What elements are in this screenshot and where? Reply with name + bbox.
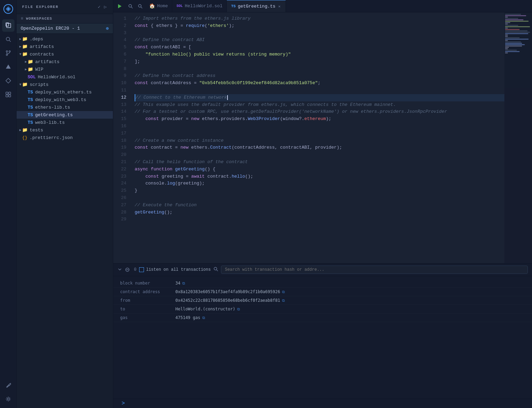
tools-bottom-icon[interactable]: [2, 379, 14, 391]
plugin-icon[interactable]: [2, 88, 14, 101]
copy-block-icon[interactable]: ⧉: [182, 281, 185, 286]
copy-contract-icon[interactable]: ⧉: [282, 290, 285, 294]
copy-from-icon[interactable]: ⧉: [282, 298, 285, 303]
copy-to-icon[interactable]: ⧉: [237, 307, 240, 311]
settings-bottom-icon[interactable]: [2, 393, 14, 405]
panel-search-input[interactable]: [221, 266, 528, 274]
chevron-right-icon: ▶: [19, 44, 21, 49]
tab-helloworld[interactable]: SOL HelloWorld.sol: [172, 0, 227, 12]
svg-point-6: [6, 51, 8, 52]
tree-item-artifacts-root[interactable]: ▶ 📁 artifacts: [17, 43, 113, 50]
panel-clear-btn[interactable]: [125, 267, 130, 272]
tree-item-deps[interactable]: ▶ 📁 .deps: [17, 35, 113, 43]
tree-item-artifacts-child[interactable]: ▶ 📁 artifacts: [17, 58, 113, 66]
tree-item-scripts[interactable]: ▼ 📁 scripts: [17, 81, 113, 88]
svg-marker-15: [118, 4, 122, 8]
tree-item-contracts[interactable]: ▼ 📁 contracts: [17, 50, 113, 58]
panel-row-gas: gas 475149 gas ⧉: [113, 314, 532, 322]
item-name-artifacts: artifacts: [30, 44, 110, 49]
svg-point-1: [7, 8, 9, 10]
search-sidebar-icon[interactable]: [2, 33, 14, 46]
svg-rect-11: [9, 92, 11, 94]
activity-bar: [0, 0, 17, 408]
listen-controls: listen on all transactions: [139, 267, 211, 272]
listen-label: listen on all transactions: [146, 267, 211, 272]
sol-tab-icon: SOL: [176, 4, 183, 8]
panel-label-contract: contract address: [120, 289, 175, 294]
tab-close-icon[interactable]: ✕: [278, 3, 281, 9]
prompt-arrow: >: [117, 398, 129, 408]
tab-search-button2[interactable]: [135, 0, 145, 12]
tree-item-getgreeting[interactable]: ▶ TS getGreeting.ts: [17, 111, 113, 119]
code-line-6: "function hello() public view returns (s…: [135, 51, 504, 58]
panel-content: block number 34 ⧉ contract address 0x8a1…: [113, 276, 532, 399]
code-line-22: async function getGreeting() {: [135, 166, 504, 173]
workspace-bar: ≡ WORKSPACES: [17, 14, 113, 23]
tree-item-tests[interactable]: ▶ 📁 tests: [17, 126, 113, 134]
panel-collapse-btn[interactable]: [117, 267, 122, 272]
copy-gas-icon[interactable]: ⧉: [202, 316, 205, 320]
test-icon[interactable]: [2, 74, 14, 87]
tab-home[interactable]: 🏠 Home: [145, 0, 172, 12]
panel-value-from: 0x42452c22c88178685850e68beb6cf0f2aeab8f…: [175, 298, 285, 303]
code-line-21: // Call the hello function of the contra…: [135, 159, 504, 166]
editor-body: 1 2 3 4 5 6 7 8 9 10 11 12 13 14 15 16 1: [113, 12, 532, 263]
item-name-web3-lib: web3-lib.ts: [35, 120, 110, 125]
item-name-getgreeting: getGreeting.ts: [35, 112, 110, 118]
workspace-selector[interactable]: OpenZeppelin ERC20 - 1 ⊕: [17, 23, 113, 34]
panel-label-from: from: [120, 298, 175, 303]
deploy-icon[interactable]: [2, 61, 14, 73]
svg-rect-10: [6, 92, 8, 94]
tab-getgreeting-label: getGreeting.ts: [238, 4, 275, 9]
panel-search-icon: [213, 267, 218, 273]
folder-icon: 📁: [22, 44, 28, 49]
files-icon[interactable]: [2, 19, 14, 32]
code-line-25: }: [135, 187, 504, 195]
tree-item-ethers-lib[interactable]: ▶ TS ethers-lib.ts: [17, 103, 113, 111]
prompt-row: >: [113, 399, 532, 408]
tab-bar: 🏠 Home SOL HelloWorld.sol TS getGreeting…: [113, 0, 532, 12]
run-button[interactable]: [113, 0, 126, 12]
logo-icon[interactable]: [2, 3, 14, 15]
code-line-14: // For a testnet or custom RPC, use ethe…: [135, 108, 504, 116]
ts-file-icon: TS: [28, 90, 33, 95]
svg-point-8: [6, 54, 8, 56]
code-line-13: // This example uses the default provide…: [135, 101, 504, 109]
tree-item-helloworld-sol[interactable]: ▶ SOL HelloWorld.sol: [17, 73, 113, 81]
tree-item-deploy-web3[interactable]: ▶ TS deploy_with_web3.ts: [17, 96, 113, 103]
panel-row-block: block number 34 ⧉: [113, 279, 532, 288]
code-line-19: const contract = new ethers.Contract(con…: [135, 144, 504, 151]
svg-point-14: [7, 398, 9, 400]
check-icon[interactable]: ✓: [97, 3, 101, 10]
tab-search-button[interactable]: [126, 0, 135, 12]
listen-checkbox[interactable]: [139, 267, 144, 272]
chevron-right-icon: ▶: [25, 67, 27, 71]
tree-item-prettier[interactable]: ▶ {} .prettierrc.json: [17, 134, 113, 141]
panel-value-to: HelloWorld.(constructor) ⧉: [175, 307, 240, 311]
panel-label-block: block number: [120, 281, 175, 286]
minimap-content: [504, 12, 532, 55]
code-line-15: const provider = new ethers.providers.We…: [135, 116, 504, 123]
svg-line-17: [131, 7, 133, 8]
code-line-26: [135, 195, 504, 202]
ts-file-icon-active: TS: [28, 112, 33, 118]
code-content[interactable]: // Import ethers from the ethers.js libr…: [130, 12, 504, 263]
play-icon[interactable]: ▷: [103, 3, 107, 10]
tab-getgreeting[interactable]: TS getGreeting.ts ✕: [227, 0, 286, 12]
folder-icon: 📁: [22, 127, 28, 133]
tree-item-wip[interactable]: ▶ 📁 WIP: [17, 66, 113, 73]
svg-marker-9: [6, 78, 11, 83]
tree-item-deploy-ethers[interactable]: ▶ TS deploy_with_ethers.ts: [17, 88, 113, 96]
code-line-18: // Create a new contract instance: [135, 137, 504, 145]
folder-icon: 📁: [22, 36, 28, 42]
item-name-tests: tests: [30, 128, 110, 133]
code-editor[interactable]: 1 2 3 4 5 6 7 8 9 10 11 12 13 14 15 16 1: [113, 12, 504, 263]
menu-icon: ≡: [21, 16, 23, 21]
source-control-icon[interactable]: [2, 47, 14, 59]
panel-label-gas: gas: [120, 315, 175, 320]
home-icon: 🏠: [149, 3, 155, 9]
svg-point-4: [6, 37, 10, 41]
tree-item-web3-lib[interactable]: ▶ TS web3-lib.ts: [17, 119, 113, 126]
svg-point-16: [129, 4, 132, 7]
ts-file-icon: TS: [28, 105, 33, 110]
